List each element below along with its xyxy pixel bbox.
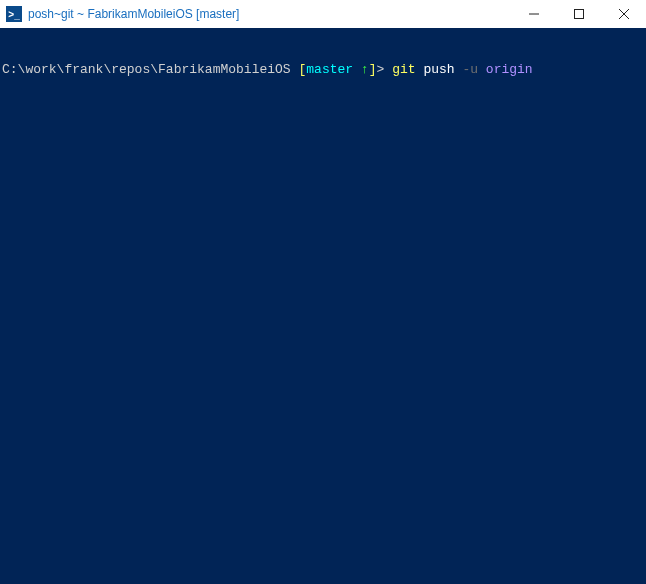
command-git: git	[392, 62, 415, 77]
window-title: posh~git ~ FabrikamMobileiOS [master]	[28, 7, 511, 21]
terminal-area[interactable]: C:\work\frank\repos\FabrikamMobileiOS [m…	[0, 28, 646, 584]
prompt-gt: >	[377, 62, 385, 77]
branch-name: master	[306, 62, 353, 77]
maximize-button[interactable]	[556, 0, 601, 28]
close-icon	[619, 9, 629, 19]
flag-u: -u	[462, 62, 478, 77]
powershell-icon: >_	[6, 6, 22, 22]
window-controls	[511, 0, 646, 28]
ahead-indicator: ↑	[361, 62, 369, 77]
maximize-icon	[574, 9, 584, 19]
arg-origin: origin	[486, 62, 533, 77]
prompt-line: C:\work\frank\repos\FabrikamMobileiOS [m…	[2, 62, 646, 78]
minimize-button[interactable]	[511, 0, 556, 28]
minimize-icon	[529, 9, 539, 19]
bracket-close: ]	[369, 62, 377, 77]
prompt-path: C:\work\frank\repos\FabrikamMobileiOS	[2, 62, 291, 77]
arg-push: push	[423, 62, 454, 77]
powershell-window: >_ posh~git ~ FabrikamMobileiOS [master]…	[0, 0, 646, 584]
close-button[interactable]	[601, 0, 646, 28]
svg-rect-1	[574, 10, 583, 19]
titlebar[interactable]: >_ posh~git ~ FabrikamMobileiOS [master]	[0, 0, 646, 28]
